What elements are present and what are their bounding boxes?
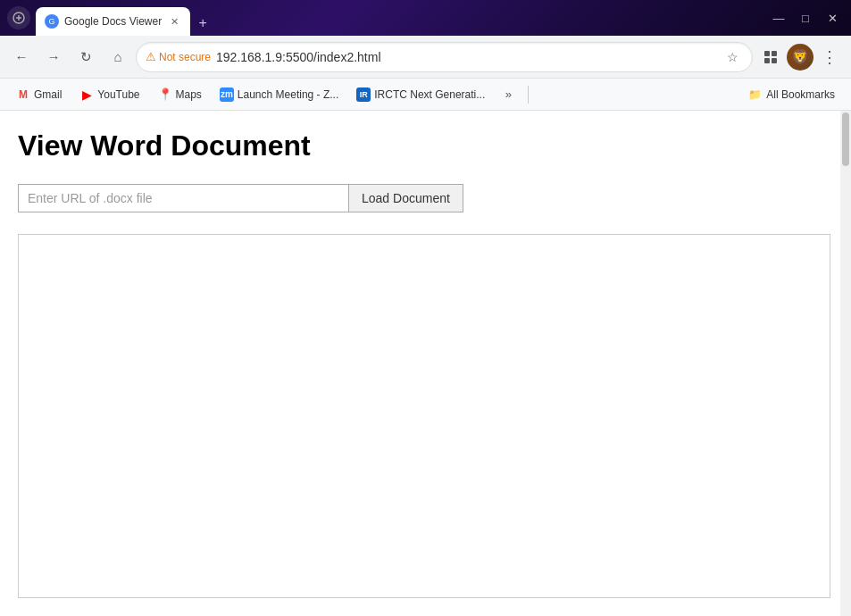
svg-rect-3 xyxy=(764,58,770,63)
tab-favicon: G xyxy=(45,14,59,29)
url-input-row: Load Document xyxy=(18,184,833,212)
bookmarks-bar: M Gmail ▶ YouTube 📍 Maps zm Launch Meeti… xyxy=(0,79,851,111)
not-secure-label: Not secure xyxy=(159,51,211,63)
svg-rect-1 xyxy=(764,51,770,56)
page-content: View Word Document Load Document xyxy=(0,111,851,616)
reload-button[interactable]: ↻ xyxy=(71,43,100,71)
navigation-bar: ← → ↻ ⌂ ⚠ Not secure ☆ 🦁 ⋮ xyxy=(0,36,851,79)
bookmarks-right: 📁 All Bookmarks xyxy=(741,86,842,104)
bookmarks-divider xyxy=(528,86,529,104)
scrollbar-thumb[interactable] xyxy=(842,112,849,166)
tab-title: Google Docs Viewer xyxy=(64,15,162,28)
bookmark-star-button[interactable]: ☆ xyxy=(722,46,743,68)
svg-rect-4 xyxy=(772,58,777,63)
address-input[interactable] xyxy=(216,50,716,64)
close-button[interactable]: ✕ xyxy=(821,6,844,29)
load-document-button[interactable]: Load Document xyxy=(348,184,463,212)
bookmark-label-maps: Maps xyxy=(176,88,202,101)
gmail-icon: M xyxy=(16,87,30,102)
active-tab[interactable]: G Google Docs Viewer ✕ xyxy=(36,7,190,36)
home-button[interactable]: ⌂ xyxy=(104,43,132,71)
warning-icon: ⚠ xyxy=(146,50,156,63)
address-bar-icons: ☆ xyxy=(722,46,743,68)
all-bookmarks-button[interactable]: 📁 All Bookmarks xyxy=(741,86,842,104)
bookmark-item-maps[interactable]: 📍 Maps xyxy=(151,83,209,106)
maximize-button[interactable]: □ xyxy=(794,6,817,29)
nav-right-icons: 🦁 ⋮ xyxy=(756,43,844,71)
page-title: View Word Document xyxy=(18,129,833,162)
document-viewer-area xyxy=(18,234,830,598)
scrollbar-track[interactable] xyxy=(840,111,851,616)
bookmark-label-irctc: IRCTC Next Generati... xyxy=(374,88,485,101)
bookmark-item-irctc[interactable]: IR IRCTC Next Generati... xyxy=(349,83,492,106)
chrome-menu-button[interactable] xyxy=(7,6,30,29)
extensions-button[interactable] xyxy=(756,43,785,71)
title-bar: G Google Docs Viewer ✕ + — □ ✕ xyxy=(0,0,851,36)
bookmark-item-zoom[interactable]: zm Launch Meeting - Z... xyxy=(213,83,346,106)
address-bar[interactable]: ⚠ Not secure ☆ xyxy=(136,42,753,72)
not-secure-indicator: ⚠ Not secure xyxy=(146,50,211,63)
tab-close-button[interactable]: ✕ xyxy=(167,14,181,29)
chrome-menu-dots-button[interactable]: ⋮ xyxy=(815,43,844,71)
svg-rect-2 xyxy=(772,51,777,56)
bookmarks-folder-icon: 📁 xyxy=(748,88,762,101)
irctc-icon: IR xyxy=(356,87,371,102)
new-tab-button[interactable]: + xyxy=(190,11,215,36)
url-input[interactable] xyxy=(18,184,348,212)
tab-bar: G Google Docs Viewer ✕ + xyxy=(36,0,762,36)
all-bookmarks-label: All Bookmarks xyxy=(766,88,835,101)
bookmark-label-youtube: YouTube xyxy=(97,88,139,101)
more-bookmarks-button[interactable]: » xyxy=(496,82,521,107)
profile-avatar[interactable]: 🦁 xyxy=(787,44,813,71)
bookmark-label-zoom: Launch Meeting - Z... xyxy=(238,88,338,101)
back-button[interactable]: ← xyxy=(7,43,36,71)
zoom-icon: zm xyxy=(220,87,234,102)
maps-icon: 📍 xyxy=(158,87,172,102)
bookmark-item-gmail[interactable]: M Gmail xyxy=(9,83,69,106)
forward-button[interactable]: → xyxy=(39,43,68,71)
title-bar-left xyxy=(7,6,30,29)
minimize-button[interactable]: — xyxy=(767,6,790,29)
youtube-icon: ▶ xyxy=(79,87,94,102)
bookmark-item-youtube[interactable]: ▶ YouTube xyxy=(72,83,146,106)
window-controls: — □ ✕ xyxy=(767,6,844,29)
bookmark-label-gmail: Gmail xyxy=(34,88,62,101)
